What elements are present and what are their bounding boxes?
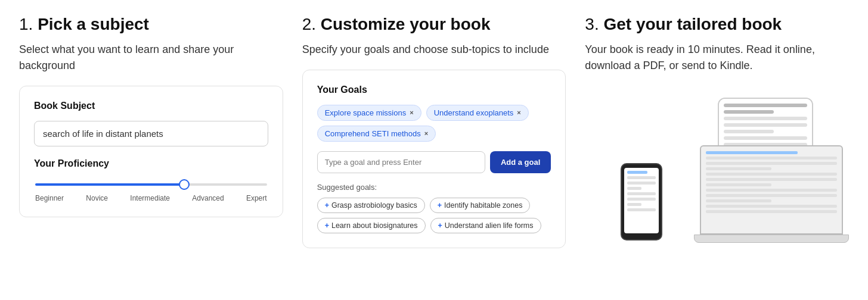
tag-explore-space-label: Explore space missions	[325, 108, 407, 117]
col3-heading-bold: Get your tailored book	[603, 15, 782, 33]
tag-explore-space[interactable]: Explore space missions ×	[317, 105, 421, 121]
phone-line-8	[627, 208, 656, 211]
col1-heading-bold: Pick a subject	[38, 15, 149, 33]
goal-input-row: Add a goal	[317, 151, 551, 173]
col1-description: Select what you want to learn and share …	[19, 42, 283, 74]
tag-understand-exoplanets[interactable]: Understand exoplanets ×	[426, 105, 529, 121]
plus-icon-habitable: +	[438, 201, 442, 210]
laptop-screen	[700, 145, 843, 235]
tag-comprehend-seti-label: Comprehend SETI methods	[325, 129, 421, 138]
book-preview-area	[585, 86, 849, 252]
laptop-line-8	[706, 189, 837, 192]
phone-line-7	[627, 203, 641, 206]
active-tags-container: Explore space missions × Understand exop…	[317, 105, 551, 142]
phone-device	[621, 163, 662, 240]
col2-header: 2. Customize your book Specify your goal…	[302, 14, 566, 58]
col1-step: 1.	[19, 15, 33, 33]
tag-understand-exoplanets-close[interactable]: ×	[517, 109, 520, 116]
phone-line-5	[627, 192, 656, 195]
tag-understand-exoplanets-label: Understand exoplanets	[434, 108, 514, 117]
laptop-line-11	[706, 205, 837, 208]
column-customize: 2. Customize your book Specify your goal…	[302, 14, 566, 248]
suggested-tag-astrobiology[interactable]: + Grasp astrobiology basics	[317, 198, 425, 213]
laptop-line-4	[706, 167, 771, 170]
proficiency-label: Your Proficiency	[34, 158, 268, 169]
slider-label-novice: Novice	[86, 194, 108, 202]
suggested-tag-biosignatures-label: Learn about biosignatures	[331, 221, 418, 230]
proficiency-slider-container: Beginner Novice Intermediate Advanced Ex…	[34, 177, 268, 202]
suggested-tag-astrobiology-label: Grasp astrobiology basics	[331, 201, 417, 210]
slider-label-expert: Expert	[246, 194, 267, 202]
laptop-line-12	[706, 210, 837, 213]
phone-line-4	[627, 187, 641, 190]
column-get-book: 3. Get your tailored book Your book is r…	[585, 14, 849, 252]
suggested-tag-alien-life-label: Understand alien life forms	[445, 221, 534, 230]
col1-heading: 1. Pick a subject	[19, 14, 283, 35]
main-layout: 1. Pick a subject Select what you want t…	[19, 14, 849, 252]
suggested-tag-habitable[interactable]: + Identify habitable zones	[430, 198, 531, 213]
phone-line-1	[627, 171, 647, 174]
phone-line-2	[627, 176, 656, 179]
col1-header: 1. Pick a subject Select what you want t…	[19, 14, 283, 74]
book-subject-card: Book Subject Your Proficiency Beginner N…	[19, 86, 283, 217]
laptop-line-10	[706, 199, 771, 202]
suggested-tags-container: + Grasp astrobiology basics + Identify h…	[317, 198, 551, 233]
add-goal-button[interactable]: Add a goal	[490, 151, 551, 173]
screen-line-6	[724, 136, 807, 140]
plus-icon-biosignatures: +	[325, 221, 329, 230]
col2-heading: 2. Customize your book	[302, 14, 566, 35]
col2-step: 2.	[302, 15, 316, 33]
laptop-line-1	[706, 151, 798, 154]
col2-heading-bold: Customize your book	[321, 15, 491, 33]
phone-screen	[624, 168, 659, 233]
laptop-device	[694, 145, 849, 252]
plus-icon-astrobiology: +	[325, 201, 329, 210]
laptop-line-5	[706, 173, 837, 176]
tag-explore-space-close[interactable]: ×	[410, 109, 413, 116]
screen-line-2	[724, 110, 774, 114]
screen-line-1	[724, 104, 807, 107]
col2-description: Specify your goals and choose sub-topics…	[302, 42, 566, 58]
laptop-base	[694, 235, 849, 243]
suggested-tag-alien-life[interactable]: + Understand alien life forms	[430, 218, 541, 233]
screen-line-3	[724, 117, 807, 120]
col3-header: 3. Get your tailored book Your book is r…	[585, 14, 849, 74]
screen-line-4	[724, 123, 807, 127]
book-subject-card-title: Book Subject	[34, 101, 268, 111]
suggested-tag-habitable-label: Identify habitable zones	[444, 201, 522, 210]
goals-card-title: Your Goals	[317, 85, 551, 95]
suggested-tag-biosignatures[interactable]: + Learn about biosignatures	[317, 218, 426, 233]
tag-comprehend-seti[interactable]: Comprehend SETI methods ×	[317, 126, 436, 142]
col3-heading: 3. Get your tailored book	[585, 14, 849, 35]
col3-step: 3.	[585, 15, 599, 33]
suggested-goals-label: Suggested goals:	[317, 183, 551, 192]
slider-labels: Beginner Novice Intermediate Advanced Ex…	[35, 194, 267, 202]
column-pick-subject: 1. Pick a subject Select what you want t…	[19, 14, 283, 217]
laptop-line-6	[706, 178, 837, 181]
laptop-line-9	[706, 194, 837, 197]
tag-comprehend-seti-close[interactable]: ×	[424, 130, 428, 137]
plus-icon-alien-life: +	[438, 221, 442, 230]
screen-line-5	[724, 130, 774, 133]
goal-text-input[interactable]	[317, 151, 485, 173]
col3-description: Your book is ready in 10 minutes. Read i…	[585, 42, 849, 74]
goals-card: Your Goals Explore space missions × Unde…	[302, 70, 566, 248]
slider-label-beginner: Beginner	[35, 194, 64, 202]
laptop-line-3	[706, 162, 837, 165]
phone-line-3	[627, 182, 656, 185]
phone-line-6	[627, 198, 656, 201]
proficiency-slider[interactable]	[35, 183, 267, 186]
laptop-line-7	[706, 183, 771, 186]
laptop-line-2	[706, 157, 837, 160]
slider-label-advanced: Advanced	[192, 194, 224, 202]
book-subject-input[interactable]	[34, 121, 268, 146]
slider-label-intermediate: Intermediate	[130, 194, 170, 202]
book-img-container	[585, 86, 849, 252]
